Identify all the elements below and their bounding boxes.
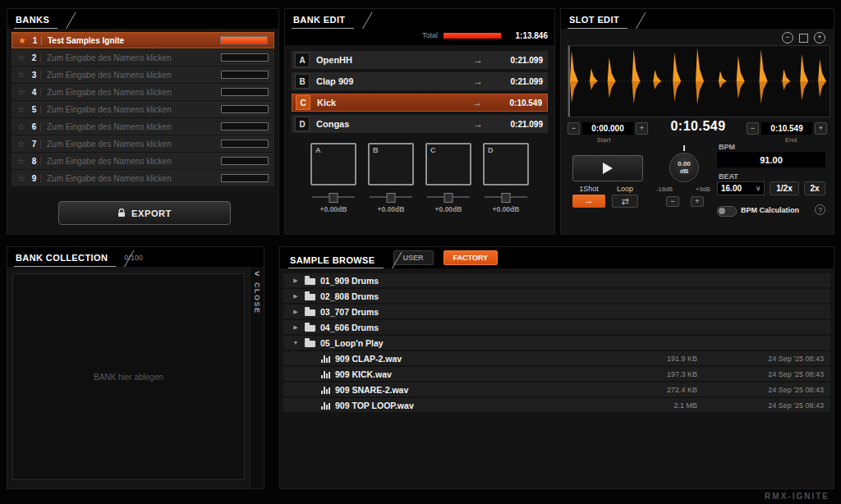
slot-name[interactable]: Kick	[317, 98, 453, 108]
folder-row[interactable]: ▶ 03_707 Drums	[283, 305, 830, 318]
bank-row-6[interactable]: ☆ 6 Zum Eingabe des Namens klicken	[11, 118, 274, 135]
bank-row-3[interactable]: ☆ 3 Zum Eingabe des Namens klicken	[11, 66, 274, 83]
collapse-left-icon[interactable]: <	[255, 269, 260, 278]
folder-row[interactable]: ▶ 02_808 Drums	[283, 289, 830, 303]
slot-row-a[interactable]: A OpenHH → 0:21.099	[292, 51, 548, 69]
folder-name[interactable]: 03_707 Drums	[320, 307, 824, 317]
oneshot-mode-button[interactable]: →	[572, 195, 605, 208]
end-decrement-button[interactable]: −	[747, 122, 759, 135]
beat-select[interactable]: 16.00 ∨	[717, 181, 765, 195]
bank-name[interactable]: Zum Eingabe des Namens klicken	[47, 122, 221, 131]
pad-a-gain-slider[interactable]	[312, 193, 355, 201]
expand-triangle-icon[interactable]: ▶	[292, 293, 300, 300]
pad-d[interactable]: D	[483, 143, 529, 186]
gain-increment-button[interactable]: +	[691, 196, 704, 207]
folder-row[interactable]: ▶ 01_909 Drums	[283, 273, 830, 287]
bank-name[interactable]: Zum Eingabe des Namens klicken	[47, 140, 221, 149]
file-name[interactable]: 909 TOP LOOP.wav	[335, 401, 633, 410]
current-slot-length: 0:10.549	[659, 119, 737, 134]
pad-d-gain-slider[interactable]	[485, 193, 527, 201]
tab-factory[interactable]: FACTORY	[443, 250, 499, 265]
slider-handle[interactable]	[329, 193, 338, 203]
favorite-star-icon[interactable]: ☆	[15, 50, 28, 65]
pad-c[interactable]: C	[425, 143, 471, 186]
favorite-star-icon[interactable]: ★	[16, 33, 29, 48]
file-row[interactable]: 909 CLAP-2.wav 191.9 KB 24 Sep '25 08:43	[283, 351, 830, 365]
bank-row-1[interactable]: ★ 1 Test Samples Ignite	[11, 32, 274, 48]
bank-name[interactable]: Zum Eingabe des Namens klicken	[47, 88, 221, 97]
favorite-star-icon[interactable]: ☆	[15, 153, 28, 168]
favorite-star-icon[interactable]: ☆	[15, 136, 28, 151]
beat-double-button[interactable]: 2x	[804, 181, 825, 195]
play-icon	[603, 163, 613, 174]
gain-decrement-button[interactable]: −	[666, 196, 679, 207]
start-decrement-button[interactable]: −	[568, 122, 580, 135]
folder-name[interactable]: 04_606 Drums	[320, 323, 824, 332]
slot-row-c[interactable]: C Kick → 0:10.549	[292, 94, 548, 112]
bank-row-7[interactable]: ☆ 7 Zum Eingabe des Namens klicken	[11, 135, 274, 152]
end-increment-button[interactable]: +	[815, 122, 827, 135]
bank-name[interactable]: Test Samples Ignite	[48, 36, 220, 45]
end-time-value[interactable]: 0:10.549	[761, 122, 812, 135]
bank-name[interactable]: Zum Eingabe des Namens klicken	[47, 71, 221, 80]
pad-a[interactable]: A	[310, 143, 356, 186]
folder-name[interactable]: 02_808 Drums	[320, 291, 824, 301]
loop-mode-button[interactable]: ⇄	[612, 195, 638, 208]
app-window: BANKS ★ 1 Test Samples Ignite ☆ 2 Zum Ei…	[0, 0, 841, 504]
pad-b-gain-slider[interactable]	[370, 193, 412, 201]
tab-user[interactable]: USER	[393, 250, 434, 265]
bpm-value-field[interactable]: 91.00	[717, 152, 825, 167]
file-name[interactable]: 909 CLAP-2.wav	[335, 354, 633, 364]
bank-row-9[interactable]: ☆ 9 Zum Eingabe des Namens klicken	[11, 170, 274, 186]
file-row[interactable]: 909 KICK.wav 197.3 KB 24 Sep '25 08:43	[283, 367, 830, 381]
start-increment-button[interactable]: +	[636, 122, 648, 135]
favorite-star-icon[interactable]: ☆	[15, 102, 28, 117]
favorite-star-icon[interactable]: ☆	[15, 119, 28, 134]
export-button[interactable]: EXPORT	[58, 201, 231, 225]
folder-row-expanded[interactable]: ▼ 05_Loop'n Play	[283, 336, 830, 350]
play-button[interactable]	[572, 155, 643, 181]
slot-row-b[interactable]: B Clap 909 → 0:21.099	[292, 72, 548, 90]
slider-handle[interactable]	[502, 193, 511, 203]
zoom-in-icon[interactable]: +	[814, 32, 825, 44]
file-name[interactable]: 909 KICK.wav	[335, 369, 633, 379]
slider-handle[interactable]	[444, 193, 453, 203]
slot-row-d[interactable]: D Congas → 0:21.099	[292, 115, 548, 133]
expand-triangle-icon[interactable]: ▶	[292, 324, 300, 331]
collapse-triangle-icon[interactable]: ▼	[292, 340, 300, 346]
file-row[interactable]: 909 TOP LOOP.wav 2.1 MB 24 Sep '25 08:43	[283, 398, 830, 412]
favorite-star-icon[interactable]: ☆	[15, 85, 28, 99]
bank-row-4[interactable]: ☆ 4 Zum Eingabe des Namens klicken	[11, 84, 274, 100]
folder-name[interactable]: 01_909 Drums	[320, 276, 824, 286]
bank-row-8[interactable]: ☆ 8 Zum Eingabe des Namens klicken	[11, 153, 274, 169]
waveform-display[interactable]	[568, 45, 830, 117]
folder-name[interactable]: 05_Loop'n Play	[320, 338, 824, 348]
favorite-star-icon[interactable]: ☆	[15, 67, 28, 82]
folder-row[interactable]: ▶ 04_606 Drums	[283, 320, 830, 334]
help-icon[interactable]: ?	[815, 204, 825, 215]
slot-name[interactable]: Congas	[316, 119, 454, 129]
expand-triangle-icon[interactable]: ▶	[292, 277, 300, 284]
close-panel-button[interactable]: CLOSE	[253, 282, 261, 314]
slot-name[interactable]: Clap 909	[316, 76, 454, 86]
bank-row-5[interactable]: ☆ 5 Zum Eingabe des Namens klicken	[11, 101, 274, 117]
favorite-star-icon[interactable]: ☆	[15, 171, 28, 186]
bank-name[interactable]: Zum Eingabe des Namens klicken	[47, 105, 221, 114]
bank-dropzone[interactable]: BANK hier ablegen	[12, 273, 245, 480]
zoom-fit-icon[interactable]	[799, 34, 808, 43]
pad-b[interactable]: B	[368, 143, 414, 186]
bpm-calculation-toggle[interactable]	[717, 206, 737, 217]
slot-name[interactable]: OpenHH	[316, 55, 454, 65]
start-time-value[interactable]: 0:00.000	[582, 122, 633, 135]
expand-triangle-icon[interactable]: ▶	[292, 309, 300, 315]
bank-name[interactable]: Zum Eingabe des Namens klicken	[47, 157, 221, 166]
bank-row-2[interactable]: ☆ 2 Zum Eingabe des Namens klicken	[11, 49, 274, 66]
bank-name[interactable]: Zum Eingabe des Namens klicken	[47, 174, 221, 183]
beat-half-button[interactable]: 1/2x	[770, 181, 799, 195]
file-name[interactable]: 909 SNARE-2.wav	[335, 385, 633, 395]
pad-c-gain-slider[interactable]	[427, 193, 470, 201]
slider-handle[interactable]	[387, 193, 396, 203]
bank-name[interactable]: Zum Eingabe des Namens klicken	[47, 53, 221, 62]
file-row[interactable]: 909 SNARE-2.wav 272.4 KB 24 Sep '25 08:4…	[283, 383, 830, 396]
zoom-out-icon[interactable]: −	[782, 32, 793, 44]
